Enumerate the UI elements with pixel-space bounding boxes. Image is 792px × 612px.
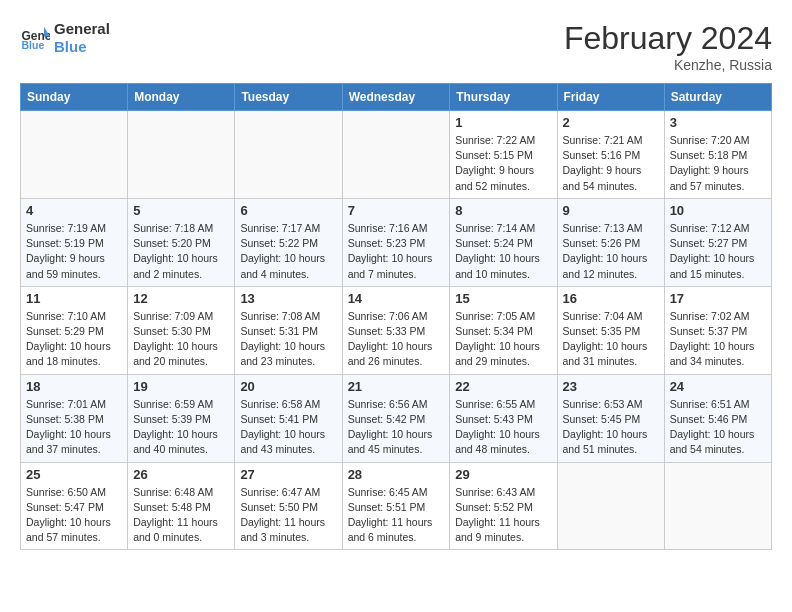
day-number: 18 <box>26 379 122 394</box>
calendar-cell: 18Sunrise: 7:01 AMSunset: 5:38 PMDayligh… <box>21 374 128 462</box>
day-info: Sunrise: 7:02 AMSunset: 5:37 PMDaylight:… <box>670 309 766 370</box>
day-number: 5 <box>133 203 229 218</box>
calendar-cell <box>342 111 450 199</box>
calendar-cell: 12Sunrise: 7:09 AMSunset: 5:30 PMDayligh… <box>128 286 235 374</box>
calendar-cell: 6Sunrise: 7:17 AMSunset: 5:22 PMDaylight… <box>235 198 342 286</box>
day-number: 24 <box>670 379 766 394</box>
calendar-cell: 29Sunrise: 6:43 AMSunset: 5:52 PMDayligh… <box>450 462 557 550</box>
weekday-header-friday: Friday <box>557 84 664 111</box>
weekday-header-row: SundayMondayTuesdayWednesdayThursdayFrid… <box>21 84 772 111</box>
day-number: 14 <box>348 291 445 306</box>
day-number: 4 <box>26 203 122 218</box>
calendar-cell: 1Sunrise: 7:22 AMSunset: 5:15 PMDaylight… <box>450 111 557 199</box>
calendar-cell: 22Sunrise: 6:55 AMSunset: 5:43 PMDayligh… <box>450 374 557 462</box>
logo-text-blue: Blue <box>54 38 110 56</box>
svg-text:Blue: Blue <box>22 39 45 51</box>
calendar-week-row: 18Sunrise: 7:01 AMSunset: 5:38 PMDayligh… <box>21 374 772 462</box>
calendar-cell: 11Sunrise: 7:10 AMSunset: 5:29 PMDayligh… <box>21 286 128 374</box>
logo: General Blue General Blue <box>20 20 110 56</box>
day-number: 25 <box>26 467 122 482</box>
day-info: Sunrise: 7:08 AMSunset: 5:31 PMDaylight:… <box>240 309 336 370</box>
calendar-cell: 23Sunrise: 6:53 AMSunset: 5:45 PMDayligh… <box>557 374 664 462</box>
day-info: Sunrise: 7:06 AMSunset: 5:33 PMDaylight:… <box>348 309 445 370</box>
day-info: Sunrise: 7:05 AMSunset: 5:34 PMDaylight:… <box>455 309 551 370</box>
day-info: Sunrise: 7:18 AMSunset: 5:20 PMDaylight:… <box>133 221 229 282</box>
calendar-week-row: 25Sunrise: 6:50 AMSunset: 5:47 PMDayligh… <box>21 462 772 550</box>
calendar-cell: 9Sunrise: 7:13 AMSunset: 5:26 PMDaylight… <box>557 198 664 286</box>
calendar-cell: 7Sunrise: 7:16 AMSunset: 5:23 PMDaylight… <box>342 198 450 286</box>
day-number: 28 <box>348 467 445 482</box>
page-header: General Blue General Blue February 2024 … <box>20 20 772 73</box>
calendar-cell: 26Sunrise: 6:48 AMSunset: 5:48 PMDayligh… <box>128 462 235 550</box>
day-info: Sunrise: 6:45 AMSunset: 5:51 PMDaylight:… <box>348 485 445 546</box>
day-number: 20 <box>240 379 336 394</box>
weekday-header-monday: Monday <box>128 84 235 111</box>
day-info: Sunrise: 6:47 AMSunset: 5:50 PMDaylight:… <box>240 485 336 546</box>
calendar-cell: 14Sunrise: 7:06 AMSunset: 5:33 PMDayligh… <box>342 286 450 374</box>
weekday-header-tuesday: Tuesday <box>235 84 342 111</box>
day-info: Sunrise: 7:12 AMSunset: 5:27 PMDaylight:… <box>670 221 766 282</box>
day-number: 27 <box>240 467 336 482</box>
day-info: Sunrise: 7:17 AMSunset: 5:22 PMDaylight:… <box>240 221 336 282</box>
title-block: February 2024 Kenzhe, Russia <box>564 20 772 73</box>
calendar-cell: 17Sunrise: 7:02 AMSunset: 5:37 PMDayligh… <box>664 286 771 374</box>
day-number: 22 <box>455 379 551 394</box>
weekday-header-wednesday: Wednesday <box>342 84 450 111</box>
day-info: Sunrise: 7:01 AMSunset: 5:38 PMDaylight:… <box>26 397 122 458</box>
calendar-cell: 20Sunrise: 6:58 AMSunset: 5:41 PMDayligh… <box>235 374 342 462</box>
day-info: Sunrise: 7:09 AMSunset: 5:30 PMDaylight:… <box>133 309 229 370</box>
calendar-cell <box>557 462 664 550</box>
logo-text-general: General <box>54 20 110 38</box>
calendar-week-row: 4Sunrise: 7:19 AMSunset: 5:19 PMDaylight… <box>21 198 772 286</box>
day-number: 8 <box>455 203 551 218</box>
day-info: Sunrise: 6:51 AMSunset: 5:46 PMDaylight:… <box>670 397 766 458</box>
day-number: 13 <box>240 291 336 306</box>
calendar-cell: 8Sunrise: 7:14 AMSunset: 5:24 PMDaylight… <box>450 198 557 286</box>
weekday-header-sunday: Sunday <box>21 84 128 111</box>
calendar-cell <box>21 111 128 199</box>
calendar-cell <box>664 462 771 550</box>
day-number: 17 <box>670 291 766 306</box>
day-info: Sunrise: 7:04 AMSunset: 5:35 PMDaylight:… <box>563 309 659 370</box>
location-subtitle: Kenzhe, Russia <box>564 57 772 73</box>
day-number: 11 <box>26 291 122 306</box>
calendar-cell: 25Sunrise: 6:50 AMSunset: 5:47 PMDayligh… <box>21 462 128 550</box>
day-info: Sunrise: 6:43 AMSunset: 5:52 PMDaylight:… <box>455 485 551 546</box>
day-number: 23 <box>563 379 659 394</box>
day-number: 6 <box>240 203 336 218</box>
calendar-cell: 15Sunrise: 7:05 AMSunset: 5:34 PMDayligh… <box>450 286 557 374</box>
calendar-cell <box>235 111 342 199</box>
day-info: Sunrise: 6:58 AMSunset: 5:41 PMDaylight:… <box>240 397 336 458</box>
day-number: 26 <box>133 467 229 482</box>
day-number: 7 <box>348 203 445 218</box>
calendar-cell: 10Sunrise: 7:12 AMSunset: 5:27 PMDayligh… <box>664 198 771 286</box>
day-info: Sunrise: 6:56 AMSunset: 5:42 PMDaylight:… <box>348 397 445 458</box>
calendar-table: SundayMondayTuesdayWednesdayThursdayFrid… <box>20 83 772 550</box>
day-info: Sunrise: 6:59 AMSunset: 5:39 PMDaylight:… <box>133 397 229 458</box>
day-info: Sunrise: 7:16 AMSunset: 5:23 PMDaylight:… <box>348 221 445 282</box>
day-number: 1 <box>455 115 551 130</box>
day-number: 10 <box>670 203 766 218</box>
day-info: Sunrise: 7:21 AMSunset: 5:16 PMDaylight:… <box>563 133 659 194</box>
day-number: 9 <box>563 203 659 218</box>
day-info: Sunrise: 7:10 AMSunset: 5:29 PMDaylight:… <box>26 309 122 370</box>
month-year-title: February 2024 <box>564 20 772 57</box>
day-info: Sunrise: 6:55 AMSunset: 5:43 PMDaylight:… <box>455 397 551 458</box>
day-info: Sunrise: 7:13 AMSunset: 5:26 PMDaylight:… <box>563 221 659 282</box>
day-info: Sunrise: 7:19 AMSunset: 5:19 PMDaylight:… <box>26 221 122 282</box>
day-info: Sunrise: 7:22 AMSunset: 5:15 PMDaylight:… <box>455 133 551 194</box>
calendar-cell: 5Sunrise: 7:18 AMSunset: 5:20 PMDaylight… <box>128 198 235 286</box>
calendar-cell: 16Sunrise: 7:04 AMSunset: 5:35 PMDayligh… <box>557 286 664 374</box>
calendar-cell: 27Sunrise: 6:47 AMSunset: 5:50 PMDayligh… <box>235 462 342 550</box>
day-number: 15 <box>455 291 551 306</box>
calendar-week-row: 1Sunrise: 7:22 AMSunset: 5:15 PMDaylight… <box>21 111 772 199</box>
calendar-cell: 24Sunrise: 6:51 AMSunset: 5:46 PMDayligh… <box>664 374 771 462</box>
calendar-cell: 19Sunrise: 6:59 AMSunset: 5:39 PMDayligh… <box>128 374 235 462</box>
day-number: 12 <box>133 291 229 306</box>
day-info: Sunrise: 6:53 AMSunset: 5:45 PMDaylight:… <box>563 397 659 458</box>
day-number: 16 <box>563 291 659 306</box>
weekday-header-thursday: Thursday <box>450 84 557 111</box>
calendar-cell: 21Sunrise: 6:56 AMSunset: 5:42 PMDayligh… <box>342 374 450 462</box>
calendar-week-row: 11Sunrise: 7:10 AMSunset: 5:29 PMDayligh… <box>21 286 772 374</box>
day-number: 3 <box>670 115 766 130</box>
